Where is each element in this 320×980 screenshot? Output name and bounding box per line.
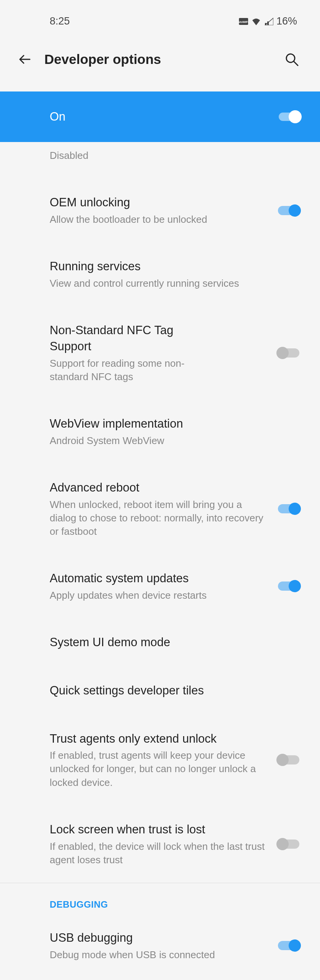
setting-subtitle: If enabled, trust agents will keep your … [50, 749, 265, 789]
setting-wireless-adb[interactable]: Wireless ADB debugging [0, 978, 320, 980]
search-button[interactable] [283, 50, 301, 69]
setting-quick-settings-tiles[interactable]: Quick settings developer tiles [0, 666, 320, 715]
arrow-left-icon [17, 52, 32, 67]
setting-partial-disabled[interactable]: Disabled [0, 142, 320, 178]
auto-updates-toggle[interactable] [276, 579, 301, 593]
setting-subtitle: Allow the bootloader to be unlocked [50, 213, 265, 226]
app-header: Developer options [0, 35, 320, 91]
setting-subtitle: Disabled [50, 149, 289, 162]
status-time: 8:25 [50, 15, 70, 27]
trust-agents-toggle[interactable] [276, 753, 301, 767]
setting-title: Non-Standard NFC Tag Support [50, 322, 210, 354]
setting-title: System UI demo mode [50, 634, 289, 650]
master-toggle-switch[interactable] [276, 111, 301, 123]
setting-oem-unlocking[interactable]: OEM unlocking Allow the bootloader to be… [0, 178, 320, 242]
vowifi-icon: VoWiFi [239, 18, 248, 25]
svg-point-2 [286, 54, 295, 62]
svg-text:VoWiFi: VoWiFi [239, 20, 248, 24]
setting-title: Lock screen when trust is lost [50, 822, 265, 838]
lock-screen-trust-toggle[interactable] [276, 837, 301, 851]
setting-subtitle: When unlocked, reboot item will bring yo… [50, 498, 265, 538]
setting-subtitle: Android System WebView [50, 434, 289, 448]
usb-debugging-toggle[interactable] [276, 939, 301, 952]
setting-subtitle: Apply updates when device restarts [50, 589, 265, 602]
setting-running-services[interactable]: Running services View and control curren… [0, 242, 320, 306]
settings-list: Disabled OEM unlocking Allow the bootloa… [0, 142, 320, 980]
setting-title: WebView implementation [50, 416, 289, 432]
setting-demo-mode[interactable]: System UI demo mode [0, 618, 320, 666]
setting-subtitle: Support for reading some non-standard NF… [50, 357, 210, 384]
setting-subtitle: Debug mode when USB is connected [50, 948, 265, 962]
setting-auto-updates[interactable]: Automatic system updates Apply updates w… [0, 554, 320, 618]
section-header-debugging: DEBUGGING [0, 883, 320, 914]
setting-title: USB debugging [50, 930, 265, 946]
setting-title: Advanced reboot [50, 480, 265, 496]
back-button[interactable] [15, 50, 34, 69]
setting-subtitle: If enabled, the device will lock when th… [50, 840, 265, 867]
setting-usb-debugging[interactable]: USB debugging Debug mode when USB is con… [0, 914, 320, 978]
master-toggle-row[interactable]: On [0, 91, 320, 142]
status-bar: 8:25 VoWiFi 16% [0, 0, 320, 35]
setting-nfc-tag[interactable]: Non-Standard NFC Tag Support Support for… [0, 306, 320, 400]
wifi-icon [251, 18, 261, 25]
setting-lock-screen-trust[interactable]: Lock screen when trust is lost If enable… [0, 805, 320, 883]
status-right: VoWiFi 16% [239, 15, 297, 27]
setting-title: OEM unlocking [50, 194, 265, 211]
nfc-tag-toggle[interactable] [276, 346, 301, 360]
search-icon [284, 52, 299, 67]
setting-advanced-reboot[interactable]: Advanced reboot When unlocked, reboot it… [0, 464, 320, 554]
setting-title: Trust agents only extend unlock [50, 731, 265, 747]
setting-webview[interactable]: WebView implementation Android System We… [0, 400, 320, 464]
setting-trust-agents[interactable]: Trust agents only extend unlock If enabl… [0, 715, 320, 805]
page-title: Developer options [44, 52, 283, 67]
setting-title: Automatic system updates [50, 570, 265, 586]
setting-title: Running services [50, 258, 289, 274]
oem-unlocking-toggle[interactable] [276, 204, 301, 217]
battery-percent: 16% [276, 15, 297, 27]
master-toggle-label: On [50, 110, 65, 124]
setting-subtitle: View and control currently running servi… [50, 277, 289, 290]
signal-icon [264, 18, 273, 25]
advanced-reboot-toggle[interactable] [276, 502, 301, 516]
setting-title: Quick settings developer tiles [50, 683, 289, 699]
